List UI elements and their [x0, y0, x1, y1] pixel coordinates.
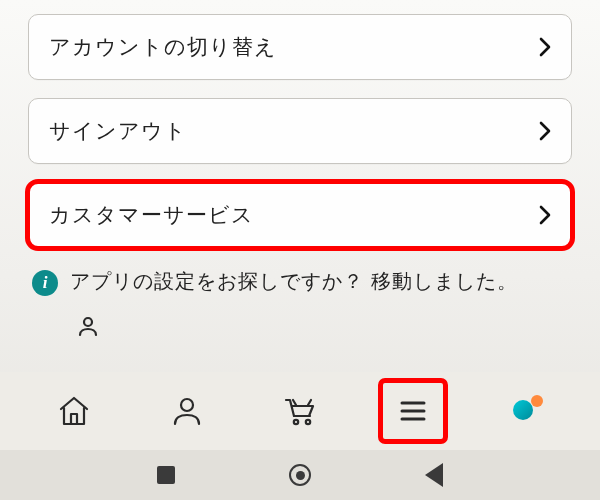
assistant-icon: [511, 396, 541, 426]
hamburger-menu-icon: [396, 394, 430, 428]
info-icon: i: [32, 270, 58, 296]
nav-home-button[interactable]: [289, 464, 311, 486]
chevron-right-icon: [539, 37, 551, 57]
nav-back-button[interactable]: [425, 463, 443, 487]
info-text: アプリの設定をお探しですか？ 移動しました。: [70, 268, 518, 295]
menu-item-label: アカウントの切り替え: [49, 33, 277, 61]
menu-item-label: カスタマーサービス: [49, 201, 254, 229]
svg-point-0: [84, 318, 92, 326]
chevron-right-icon: [539, 205, 551, 225]
svg-point-2: [294, 420, 298, 424]
menu-item-sign-out[interactable]: サインアウト: [28, 98, 572, 164]
bottom-tab-bar: [0, 372, 600, 450]
person-icon: [170, 394, 204, 428]
home-icon: [57, 394, 91, 428]
nav-overview-button[interactable]: [157, 466, 175, 484]
svg-point-1: [181, 399, 193, 411]
android-nav-bar: [0, 450, 600, 500]
menu-item-label: サインアウト: [49, 117, 187, 145]
person-icon: [76, 314, 568, 342]
info-banner: i アプリの設定をお探しですか？ 移動しました。: [28, 266, 572, 342]
chevron-right-icon: [539, 121, 551, 141]
cart-icon: [283, 394, 317, 428]
settings-menu-list: アカウントの切り替え サインアウト カスタマーサービス i アプリの設定をお探し…: [0, 0, 600, 372]
tab-assistant[interactable]: [494, 381, 558, 441]
tab-account[interactable]: [155, 381, 219, 441]
tab-cart[interactable]: [268, 381, 332, 441]
menu-item-customer-service[interactable]: カスタマーサービス: [28, 182, 572, 248]
menu-item-switch-account[interactable]: アカウントの切り替え: [28, 14, 572, 80]
svg-point-3: [306, 420, 310, 424]
tab-menu[interactable]: [381, 381, 445, 441]
tab-home[interactable]: [42, 381, 106, 441]
